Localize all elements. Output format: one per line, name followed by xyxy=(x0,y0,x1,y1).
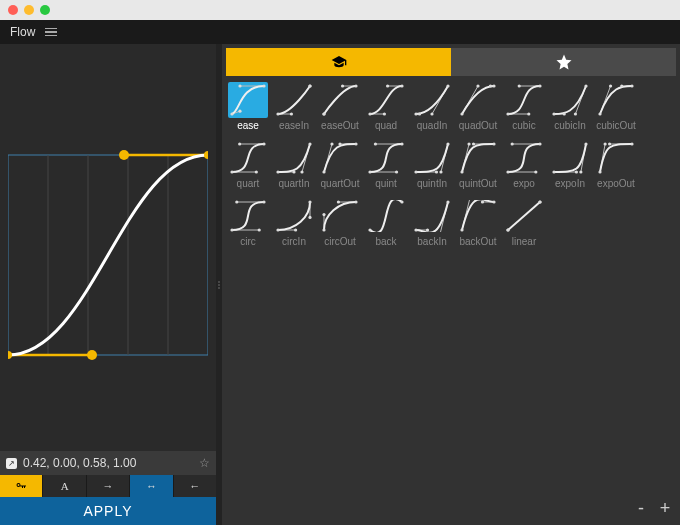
svg-point-85 xyxy=(368,170,371,173)
preset-thumbnail xyxy=(550,82,590,118)
preset-circIn[interactable]: circIn xyxy=(272,198,316,254)
svg-point-109 xyxy=(552,170,555,173)
svg-point-56 xyxy=(584,84,587,87)
preset-thumbnail xyxy=(596,82,636,118)
preset-label: expo xyxy=(503,178,545,189)
svg-point-34 xyxy=(386,84,389,87)
svg-point-49 xyxy=(506,112,509,115)
zoom-in-button[interactable]: + xyxy=(658,498,672,519)
preset-linear[interactable]: linear xyxy=(502,198,546,254)
preset-back[interactable]: back xyxy=(364,198,408,254)
preset-thumbnail xyxy=(320,82,360,118)
svg-point-55 xyxy=(552,112,555,115)
svg-point-117 xyxy=(604,142,607,145)
svg-point-67 xyxy=(230,170,233,173)
preset-quadIn[interactable]: quadIn xyxy=(410,82,454,138)
apply-button[interactable]: APPLY xyxy=(0,497,216,525)
svg-point-76 xyxy=(300,170,303,173)
bezier-values[interactable]: 0.42, 0.00, 0.58, 1.00 xyxy=(23,456,136,470)
preset-thumbnail xyxy=(228,198,268,234)
preset-backOut[interactable]: backOut xyxy=(456,198,500,254)
preset-ease[interactable]: ease xyxy=(226,82,270,138)
window-zoom-icon[interactable] xyxy=(40,5,50,15)
svg-point-33 xyxy=(383,112,386,115)
preset-expoIn[interactable]: expoIn xyxy=(548,140,592,196)
tab-library[interactable] xyxy=(226,48,451,76)
preset-circ[interactable]: circ xyxy=(226,198,270,254)
preset-label: quad xyxy=(365,120,407,131)
keyframe-button[interactable] xyxy=(0,475,43,497)
svg-point-43 xyxy=(460,112,463,115)
svg-point-140 xyxy=(400,200,403,203)
preset-label: quint xyxy=(365,178,407,189)
ease-both-button[interactable]: ↔ xyxy=(130,475,173,497)
preset-expo[interactable]: expo xyxy=(502,140,546,196)
svg-point-93 xyxy=(435,170,438,173)
tab-favorites[interactable] xyxy=(451,48,676,76)
svg-point-44 xyxy=(492,84,495,87)
ease-out-button[interactable]: ← xyxy=(174,475,216,497)
preset-label: quintOut xyxy=(457,178,499,189)
svg-point-159 xyxy=(506,228,509,231)
window-close-icon[interactable] xyxy=(8,5,18,15)
preset-quintIn[interactable]: quintIn xyxy=(410,140,454,196)
svg-point-75 xyxy=(292,170,295,173)
preset-backIn[interactable]: backIn xyxy=(410,198,454,254)
svg-point-118 xyxy=(608,142,611,145)
svg-point-62 xyxy=(630,84,633,87)
preset-expoOut[interactable]: expoOut xyxy=(594,140,638,196)
preset-quintOut[interactable]: quintOut xyxy=(456,140,500,196)
preset-quad[interactable]: quad xyxy=(364,82,408,138)
preset-thumbnail xyxy=(320,140,360,176)
expand-icon[interactable]: ↗ xyxy=(6,458,17,469)
preset-label: quintIn xyxy=(411,178,453,189)
preset-label: quartIn xyxy=(273,178,315,189)
preset-quint[interactable]: quint xyxy=(364,140,408,196)
svg-point-73 xyxy=(276,170,279,173)
svg-point-7 xyxy=(8,351,12,359)
svg-point-28 xyxy=(341,84,344,87)
arrow-left-icon: ← xyxy=(189,480,200,492)
favorite-toggle-icon[interactable]: ☆ xyxy=(199,456,210,470)
text-button[interactable]: A xyxy=(43,475,86,497)
svg-point-82 xyxy=(338,142,341,145)
zoom-out-button[interactable]: - xyxy=(634,498,648,519)
curve-editor[interactable] xyxy=(0,44,216,451)
preset-quadOut[interactable]: quadOut xyxy=(456,82,500,138)
svg-point-116 xyxy=(630,142,633,145)
window-minimize-icon[interactable] xyxy=(24,5,34,15)
svg-point-130 xyxy=(308,216,311,219)
preset-label: circIn xyxy=(273,236,315,247)
preset-quart[interactable]: quart xyxy=(226,140,270,196)
svg-point-94 xyxy=(439,170,442,173)
property-toolbar: A → ↔ ← xyxy=(0,475,216,497)
preset-circOut[interactable]: circOut xyxy=(318,198,362,254)
hamburger-icon[interactable] xyxy=(45,28,57,37)
preset-easeIn[interactable]: easeIn xyxy=(272,82,316,138)
svg-point-69 xyxy=(255,170,258,173)
svg-point-68 xyxy=(262,142,265,145)
svg-point-31 xyxy=(368,112,371,115)
preset-thumbnail xyxy=(366,198,406,234)
svg-point-99 xyxy=(467,142,470,145)
bezier-curve-canvas[interactable] xyxy=(8,125,208,385)
preset-cubicOut[interactable]: cubicOut xyxy=(594,82,638,138)
ease-in-button[interactable]: → xyxy=(87,475,130,497)
app-title: Flow xyxy=(10,25,35,39)
svg-point-19 xyxy=(276,112,279,115)
preset-cubic[interactable]: cubic xyxy=(502,82,546,138)
preset-label: easeIn xyxy=(273,120,315,131)
svg-point-110 xyxy=(584,142,587,145)
preset-thumbnail xyxy=(366,140,406,176)
preset-thumbnail xyxy=(504,140,544,176)
svg-point-88 xyxy=(374,142,377,145)
svg-point-46 xyxy=(489,84,492,87)
preset-easeOut[interactable]: easeOut xyxy=(318,82,362,138)
preset-quartOut[interactable]: quartOut xyxy=(318,140,362,196)
svg-point-136 xyxy=(337,200,340,203)
preset-thumbnail xyxy=(458,198,498,234)
svg-point-26 xyxy=(354,84,357,87)
svg-point-64 xyxy=(620,84,623,87)
preset-cubicIn[interactable]: cubicIn xyxy=(548,82,592,138)
preset-quartIn[interactable]: quartIn xyxy=(272,140,316,196)
